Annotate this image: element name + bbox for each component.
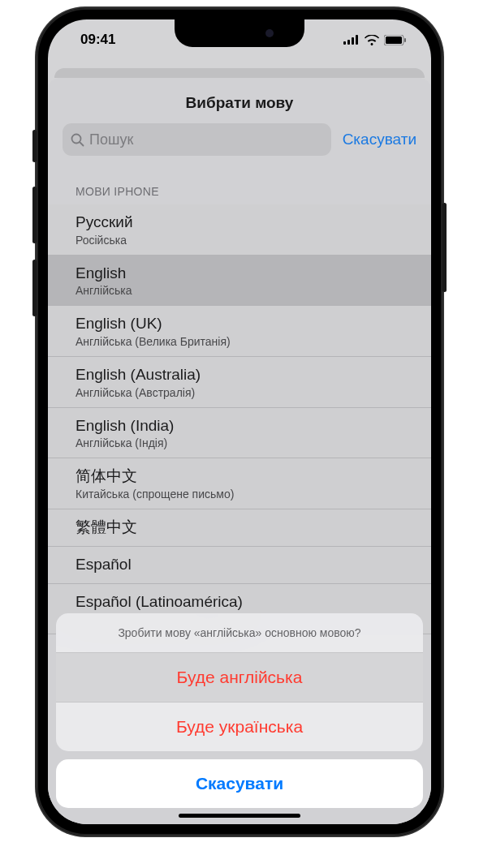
action-sheet-option-button[interactable]: Буде українська xyxy=(56,703,423,751)
side-button xyxy=(32,187,37,243)
action-sheet-cancel-button[interactable]: Скасувати xyxy=(56,759,423,808)
side-button xyxy=(32,130,37,162)
action-sheet-title: Зробити мову «англійська» основною мовою… xyxy=(56,613,423,653)
cellular-icon xyxy=(343,35,360,45)
svg-rect-5 xyxy=(386,37,402,44)
status-indicators xyxy=(343,35,407,45)
home-indicator[interactable] xyxy=(179,814,300,818)
status-time: 09:41 xyxy=(80,32,115,48)
battery-icon xyxy=(384,35,407,45)
side-button xyxy=(32,260,37,316)
svg-rect-1 xyxy=(347,40,350,45)
side-button xyxy=(442,203,447,292)
screen: 09:41 Вибрати мову Пошук Скасувати МОВИ … xyxy=(48,19,431,824)
card-stack-background xyxy=(54,68,425,78)
wifi-icon xyxy=(365,35,379,45)
svg-rect-3 xyxy=(356,35,358,45)
svg-rect-2 xyxy=(352,37,354,45)
phone-frame: 09:41 Вибрати мову Пошук Скасувати МОВИ … xyxy=(37,8,442,836)
action-sheet: Зробити мову «англійська» основною мовою… xyxy=(56,613,423,808)
action-sheet-group: Зробити мову «англійська» основною мовою… xyxy=(56,613,423,751)
svg-rect-6 xyxy=(404,38,406,42)
svg-rect-0 xyxy=(343,41,346,45)
action-sheet-option-button[interactable]: Буде англійська xyxy=(56,653,423,703)
language-picker-sheet: Вибрати мову Пошук Скасувати МОВИ IPHONE… xyxy=(48,78,431,824)
notch xyxy=(175,19,304,47)
